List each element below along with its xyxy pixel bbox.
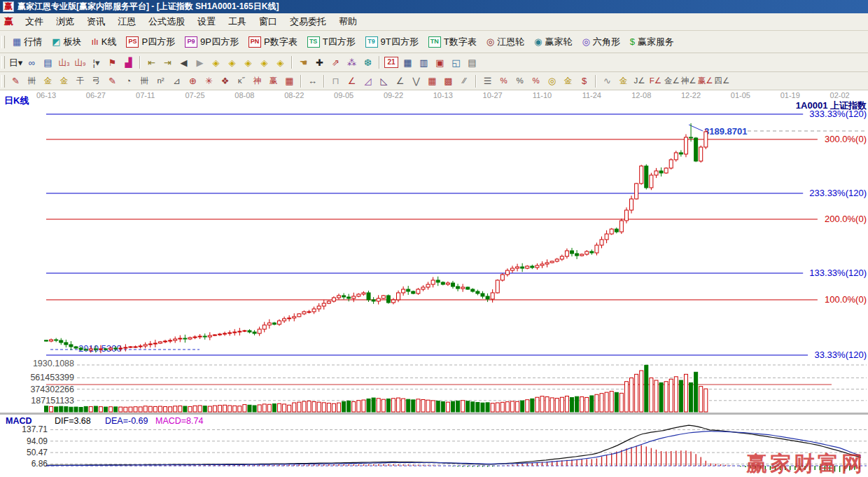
brush-tool-icon[interactable]: ✎: [104, 74, 120, 88]
ying-angle-icon[interactable]: 赢∠: [697, 74, 714, 88]
feature-p-square-button[interactable]: PSP四方形: [121, 34, 180, 50]
percent-icon[interactable]: %: [512, 74, 528, 88]
pattern-tool-icon[interactable]: ⁂: [344, 55, 360, 70]
red-grid-icon[interactable]: ▦: [424, 74, 440, 88]
red-grid2-icon[interactable]: ▩: [440, 74, 456, 88]
candle-body: [183, 338, 187, 339]
feature-t-table-button[interactable]: TNT数字表: [424, 34, 482, 50]
shen-angle-icon[interactable]: 神∠: [680, 74, 697, 88]
next-icon[interactable]: ▶: [192, 55, 208, 70]
expand-x-icon[interactable]: ◈: [240, 55, 256, 70]
menu-item-5[interactable]: 设置: [191, 14, 222, 29]
crosshair-icon[interactable]: ✚: [312, 55, 328, 70]
n-square-icon[interactable]: n²: [153, 74, 169, 88]
feature-quote-button[interactable]: ▦行情: [8, 34, 47, 50]
web-grid-icon[interactable]: ❖: [217, 74, 233, 88]
feature-hexagon-button[interactable]: ◎六角形: [577, 34, 624, 50]
calendar-icon[interactable]: 21: [384, 57, 398, 68]
zoom-view-icon[interactable]: ∞: [24, 55, 40, 70]
color-histogram-icon[interactable]: ▟: [120, 55, 136, 70]
ray-fan-icon[interactable]: ∠: [344, 74, 360, 88]
box-frame-icon[interactable]: ⊓: [328, 74, 344, 88]
feature-kline-button[interactable]: ılıK线: [87, 34, 122, 50]
info-panel-icon[interactable]: ▤: [40, 55, 56, 70]
grid3-chart-icon[interactable]: 山₃: [56, 55, 72, 70]
j-angle-icon[interactable]: J∠: [631, 74, 648, 88]
menu-item-4[interactable]: 公式选股: [142, 14, 191, 29]
volume-bar: [600, 394, 603, 412]
spiral-tool-icon[interactable]: 弓: [88, 74, 104, 88]
gold-underline-icon[interactable]: 金: [615, 74, 631, 88]
grid-123-icon[interactable]: ▦: [281, 74, 298, 88]
f-grid-icon[interactable]: 干: [72, 74, 88, 88]
feature-t-square-button[interactable]: TST四方形: [302, 34, 360, 50]
flag-tool-icon[interactable]: ⊿: [169, 74, 185, 88]
angle-tool-icon[interactable]: ∠: [392, 74, 408, 88]
menu-item-1[interactable]: 浏览: [50, 14, 80, 29]
grid9-chart-icon[interactable]: 山₉: [72, 55, 88, 70]
percent-retrace-icon[interactable]: %: [528, 74, 544, 88]
shift-right-icon[interactable]: ◈: [224, 55, 240, 70]
price-dollar-icon[interactable]: $: [576, 74, 592, 88]
f-angle-icon[interactable]: F∠: [648, 74, 664, 88]
menu-item-3[interactable]: 江恩: [111, 14, 142, 29]
feature-p-table-button[interactable]: PNP数字表: [244, 34, 302, 50]
gold-angle-icon[interactable]: 金∠: [664, 74, 680, 88]
k-notation-icon[interactable]: ĸ˝: [233, 74, 249, 88]
ying-grid-icon[interactable]: 赢: [265, 74, 281, 88]
gold-gann-grid-icon[interactable]: 金: [40, 74, 56, 88]
zigzag-tool-icon[interactable]: ⋁: [408, 74, 424, 88]
expand-all-icon[interactable]: ◈: [272, 55, 288, 70]
gann-figure-icon[interactable]: ⚑: [104, 55, 120, 70]
dark-fan-icon[interactable]: ◺: [376, 74, 392, 88]
menu-item-2[interactable]: 资讯: [80, 14, 111, 29]
feature-9t-square-button[interactable]: T99T四方形: [360, 34, 424, 50]
parallel-lines-icon[interactable]: ∕∕: [456, 74, 472, 88]
gold-gann-grid2-icon[interactable]: 金: [56, 74, 72, 88]
compress-x-icon[interactable]: ◈: [256, 55, 272, 70]
candle-style-dropdown[interactable]: ¦▾: [88, 55, 104, 70]
menu-item-6[interactable]: 工具: [222, 14, 253, 29]
feature-sectors-button[interactable]: ◩板块: [47, 34, 86, 50]
shift-left-icon[interactable]: ◈: [208, 55, 224, 70]
wave-tool-icon[interactable]: ∿: [599, 74, 615, 88]
candle-body: [630, 199, 634, 210]
first-page-icon[interactable]: ⇤: [144, 55, 160, 70]
menu-item-8[interactable]: 交易委托: [284, 14, 332, 29]
export-icon[interactable]: ◱: [448, 55, 464, 70]
calculator-icon[interactable]: ▦: [400, 55, 416, 70]
span-measure-icon[interactable]: ↔: [304, 74, 321, 88]
title-bar[interactable]: 赢 赢家江恩专业版[赢家内部服务平台] - [上证指数 SH1A0001-165…: [0, 0, 868, 13]
plain-fence-icon[interactable]: 卌: [136, 74, 153, 88]
feature-service-button[interactable]: $赢家服务: [625, 34, 679, 50]
kline-period-dropdown[interactable]: 日▾: [8, 55, 24, 70]
pen-tool-icon[interactable]: ✎: [8, 74, 24, 88]
save-icon[interactable]: ▣: [432, 55, 448, 70]
teal-pattern-icon[interactable]: ❆: [360, 55, 376, 70]
menu-item-7[interactable]: 窗口: [253, 14, 284, 29]
feature-gann-wheel-button[interactable]: ◎江恩轮: [482, 34, 529, 50]
pan-hand-icon[interactable]: ☚: [295, 55, 312, 70]
gann-target-icon[interactable]: ⊕: [185, 74, 201, 88]
gold-level-icon[interactable]: 金: [560, 74, 576, 88]
purple-fan-icon[interactable]: ◿: [360, 74, 376, 88]
chart-area[interactable]: 333.33%(120)300.0%(0)233.33%(120)200.0%(…: [0, 90, 868, 477]
four-angle-icon[interactable]: 四∠: [713, 74, 730, 88]
cycle-clock-icon[interactable]: ◔: [120, 74, 136, 88]
grid-fence-icon[interactable]: 卌: [24, 74, 40, 88]
feature-9p-square-button[interactable]: P99P四方形: [180, 34, 244, 50]
volume-bars-icon[interactable]: ☰: [479, 74, 496, 88]
menu-item-9[interactable]: 帮助: [332, 14, 363, 29]
notes-icon[interactable]: ▥: [416, 55, 432, 70]
star-target-icon[interactable]: ✳: [201, 74, 217, 88]
percent-line-icon[interactable]: %: [496, 74, 512, 88]
menu-item-0[interactable]: 文件: [19, 14, 50, 29]
last-page-icon[interactable]: ⇥: [160, 55, 176, 70]
shen-grid-icon[interactable]: 神: [249, 74, 265, 88]
trendline-tool-icon[interactable]: ⇗: [328, 55, 344, 70]
feature-winner-wheel-button[interactable]: ◉赢家轮: [529, 34, 577, 50]
kline-chart-canvas[interactable]: 333.33%(120)300.0%(0)233.33%(120)200.0%(…: [0, 90, 868, 477]
prev-icon[interactable]: ◀: [176, 55, 192, 70]
print-icon[interactable]: ▤: [464, 55, 480, 70]
gold-circle-icon[interactable]: ◎: [544, 74, 560, 88]
